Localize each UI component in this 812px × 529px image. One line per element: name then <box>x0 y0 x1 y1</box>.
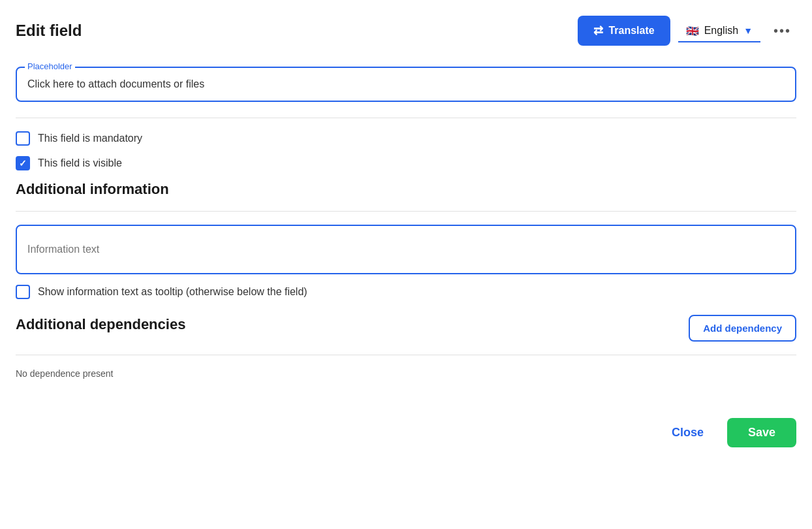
add-dependency-label: Add dependency <box>703 323 782 334</box>
header: Edit field ⇄ Translate 🇬🇧 English ▼ ••• <box>16 16 796 46</box>
divider-1 <box>16 118 796 118</box>
more-options-button[interactable]: ••• <box>768 21 796 41</box>
additional-information-title: Additional information <box>16 181 796 198</box>
more-icon: ••• <box>773 24 791 38</box>
mandatory-checkbox-row: This field is mandatory <box>16 131 796 146</box>
translate-icon: ⇄ <box>593 24 603 38</box>
divider-3 <box>16 355 796 355</box>
tooltip-label: Show information text as tooltip (otherw… <box>38 286 307 298</box>
additional-information-section: Additional information Show information … <box>16 181 796 299</box>
language-label: English <box>704 25 738 37</box>
visible-checkbox-row: This field is visible <box>16 156 796 170</box>
close-label: Close <box>672 426 704 439</box>
page-title: Edit field <box>16 22 82 40</box>
additional-dependencies-title: Additional dependencies <box>16 316 185 333</box>
close-button[interactable]: Close <box>659 418 717 447</box>
chevron-down-icon: ▼ <box>743 25 753 36</box>
placeholder-label: Placeholder <box>25 61 75 71</box>
mandatory-label: This field is mandatory <box>38 133 142 144</box>
placeholder-input[interactable] <box>27 78 785 90</box>
translate-label: Translate <box>608 25 654 37</box>
footer: Close Save <box>16 418 796 463</box>
info-input-wrapper <box>16 225 796 274</box>
visible-checkbox[interactable] <box>16 156 30 170</box>
placeholder-section: Placeholder <box>16 67 796 102</box>
placeholder-input-wrapper: Placeholder <box>16 67 796 102</box>
header-right: ⇄ Translate 🇬🇧 English ▼ ••• <box>578 16 796 46</box>
tooltip-checkbox[interactable] <box>16 285 30 299</box>
no-dependence-text: No dependence present <box>16 368 796 379</box>
dependencies-section-header: Additional dependencies Add dependency <box>16 315 796 342</box>
info-text-input[interactable] <box>27 236 785 263</box>
language-selector[interactable]: 🇬🇧 English ▼ <box>678 20 760 42</box>
save-button[interactable]: Save <box>727 418 796 447</box>
flag-icon: 🇬🇧 <box>686 25 699 37</box>
tooltip-checkbox-row: Show information text as tooltip (otherw… <box>16 285 796 299</box>
save-label: Save <box>748 426 775 439</box>
visible-label: This field is visible <box>38 157 122 169</box>
add-dependency-button[interactable]: Add dependency <box>689 315 796 342</box>
additional-dependencies-section: Additional dependencies Add dependency N… <box>16 315 796 379</box>
translate-button[interactable]: ⇄ Translate <box>578 16 670 46</box>
divider-2 <box>16 211 796 212</box>
mandatory-checkbox[interactable] <box>16 131 30 146</box>
